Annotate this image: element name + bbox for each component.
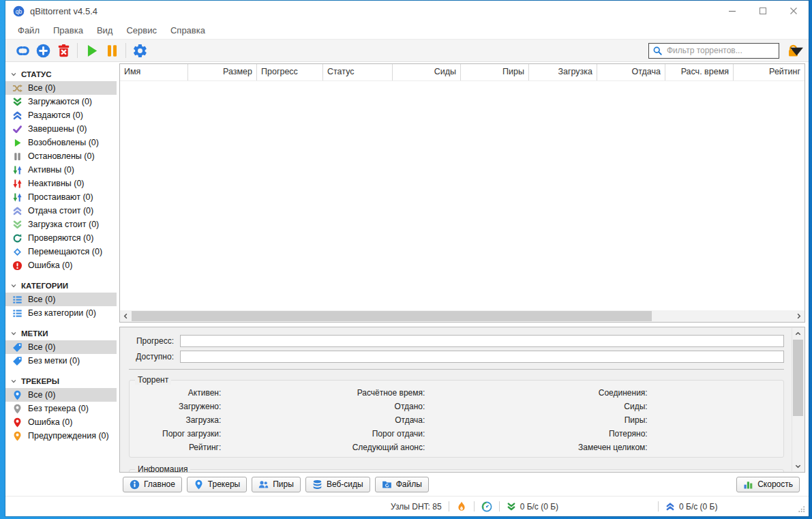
dht-nodes-label: Узлы DHT: 85 <box>391 502 442 511</box>
sidebar-filter-label: Проверяются (0) <box>28 233 93 243</box>
sidebar-filter-2-0[interactable]: Все (0) <box>5 340 117 354</box>
close-button[interactable] <box>778 1 809 21</box>
sidebar-filter-1-0[interactable]: Все (0) <box>5 293 117 306</box>
sidebar-filter-0-4[interactable]: Возобновлены (0) <box>5 136 117 149</box>
download-arrows-icon <box>507 502 516 511</box>
status-bar: Узлы DHT: 85 0 Б/с (0 Б) 0 Б/с (0 Б) <box>5 496 809 516</box>
sidebar-section-header-1[interactable]: КАТЕГОРИИ <box>5 278 117 293</box>
sidebar-filter-0-11[interactable]: Проверяются (0) <box>5 231 117 245</box>
sidebar-filter-3-2[interactable]: Ошибка (0) <box>5 415 117 429</box>
column-header-1[interactable]: Размер <box>188 64 257 80</box>
add-torrent-link-button[interactable] <box>12 41 33 60</box>
sidebar-filter-label: Без метки (0) <box>28 356 80 366</box>
menu-item-2[interactable]: Вид <box>90 25 120 35</box>
progress-row: Прогресс: <box>129 335 784 347</box>
sidebar-section-header-2[interactable]: МЕТКИ <box>5 326 117 340</box>
sidebar-filter-0-5[interactable]: Остановлены (0) <box>5 149 117 163</box>
vertical-scrollbar-thumb[interactable] <box>793 340 803 416</box>
collapse-chevron-icon <box>10 71 17 78</box>
statusbar-right-group: 0 Б/с (0 Б) <box>651 496 717 516</box>
speed-widget-button[interactable]: Скорость <box>736 477 800 492</box>
maximize-button[interactable] <box>747 1 778 21</box>
sidebar-filter-0-13[interactable]: Ошибка (0) <box>5 258 117 272</box>
tab-general[interactable]: Главное <box>123 477 182 492</box>
chevrons-down-icon <box>12 97 22 107</box>
resume-button[interactable] <box>81 41 102 60</box>
sidebar-filter-1-1[interactable]: Без категории (0) <box>5 306 117 320</box>
menu-item-0[interactable]: Файл <box>11 25 46 35</box>
connection-status-icon[interactable] <box>481 501 492 512</box>
options-button[interactable] <box>130 41 150 60</box>
add-torrent-file-button[interactable] <box>33 41 53 60</box>
horizontal-scrollbar[interactable] <box>120 310 805 322</box>
tab-files[interactable]: Файлы <box>375 477 429 492</box>
sidebar-filter-label: Предупреждения (0) <box>28 431 109 441</box>
chevrons-up-icon <box>12 110 22 121</box>
column-header-4[interactable]: Сиды <box>393 64 461 80</box>
sidebar-filter-0-12[interactable]: Перемещаются (0) <box>5 245 117 258</box>
sidebar-filter-0-6[interactable]: Активны (0) <box>5 163 117 177</box>
torrent-filter-input[interactable] <box>665 45 775 56</box>
sidebar-filter-0-8[interactable]: Простаивают (0) <box>5 190 117 204</box>
sidebar-filter-2-1[interactable]: Без метки (0) <box>5 354 117 368</box>
upload-speed-widget[interactable]: 0 Б/с (0 Б) <box>665 502 717 511</box>
download-speed-widget[interactable]: 0 Б/с (0 Б) <box>507 502 558 511</box>
sidebar-filter-label: Простаивают (0) <box>28 192 93 202</box>
download-speed-text: 0 Б/с (0 Б) <box>520 502 558 511</box>
sidebar-filter-0-3[interactable]: Завершены (0) <box>5 122 117 136</box>
tab-trackers[interactable]: Трекеры <box>187 477 247 492</box>
column-header-9[interactable]: Рейтинг <box>734 64 805 80</box>
shuffle-icon <box>12 83 22 93</box>
sidebar-filter-0-1[interactable]: Загружаются (0) <box>5 95 117 108</box>
column-header-7[interactable]: Отдача <box>597 64 665 80</box>
arrows-active-icon <box>12 165 22 175</box>
gear-icon <box>132 43 148 59</box>
sidebar-filter-0-9[interactable]: Отдача стоит (0) <box>5 204 117 218</box>
torrent-stat-cell: Соединения: <box>545 387 778 398</box>
sidebar-filter-3-3[interactable]: Предупреждения (0) <box>5 429 117 443</box>
sidebar-filter-0-7[interactable]: Неактивны (0) <box>5 177 117 190</box>
torrent-table-header: ИмяРазмерПрогрессСтатусСидыПирыЗагрузкаО… <box>120 64 805 81</box>
tab-webseeds[interactable]: Веб-сиды <box>305 477 370 492</box>
torrent-table-body[interactable] <box>120 81 805 310</box>
lock-button[interactable] <box>784 42 802 59</box>
menu-item-4[interactable]: Справка <box>164 25 212 35</box>
sidebar-filter-label: Все (0) <box>28 390 55 400</box>
delete-torrent-button[interactable] <box>53 41 74 60</box>
torrent-stat-label: Отдано: <box>331 402 425 411</box>
menu-item-3[interactable]: Сервис <box>119 25 164 35</box>
chevron-right-icon <box>796 313 802 319</box>
sidebar-filter-0-2[interactable]: Раздаются (0) <box>5 108 117 122</box>
tab-peers[interactable]: Пиры <box>252 477 301 492</box>
column-header-6[interactable]: Загрузка <box>529 64 597 80</box>
sidebar-section-header-0[interactable]: СТАТУС <box>5 67 117 81</box>
scroll-right-button[interactable] <box>793 310 805 322</box>
chevron-up-icon <box>795 331 801 337</box>
menu-item-1[interactable]: Правка <box>46 25 90 35</box>
sidebar-filter-0-10[interactable]: Загрузка стоит (0) <box>5 218 117 231</box>
sidebar-section-header-3[interactable]: ТРЕКЕРЫ <box>5 374 117 388</box>
horizontal-scrollbar-thumb[interactable] <box>132 311 652 321</box>
vertical-scrollbar[interactable] <box>792 328 804 471</box>
scroll-down-button[interactable] <box>792 460 804 471</box>
resize-grip[interactable] <box>798 505 805 513</box>
pause-button[interactable] <box>102 41 122 60</box>
sidebar-filter-label: Перемещаются (0) <box>28 247 102 256</box>
sidebar-filter-3-1[interactable]: Без трекера (0) <box>5 402 117 415</box>
column-header-5[interactable]: Пиры <box>461 64 529 80</box>
statusbar-left-group: Узлы DHT: 85 0 Б/с (0 Б) <box>391 496 558 516</box>
torrent-stat-cell: Следующий анонс: <box>331 442 545 453</box>
scroll-left-button[interactable] <box>120 310 132 322</box>
column-header-0[interactable]: Имя <box>120 64 188 80</box>
alt-speed-flame-icon[interactable] <box>456 501 467 512</box>
sidebar-filter-3-0[interactable]: Все (0) <box>5 388 117 402</box>
sidebar-filter-0-0[interactable]: Все (0) <box>5 81 117 95</box>
column-header-8[interactable]: Расч. время <box>665 64 734 80</box>
scroll-up-button[interactable] <box>792 328 804 339</box>
column-header-3[interactable]: Статус <box>323 64 393 80</box>
sidebar-filter-label: Отдача стоит (0) <box>28 206 93 216</box>
sidebar-filter-label: Ошибка (0) <box>28 261 72 270</box>
column-header-2[interactable]: Прогресс <box>257 64 323 80</box>
main-area: ИмяРазмерПрогрессСтатусСидыПирыЗагрузкаО… <box>119 63 805 496</box>
minimize-button[interactable] <box>717 1 747 21</box>
